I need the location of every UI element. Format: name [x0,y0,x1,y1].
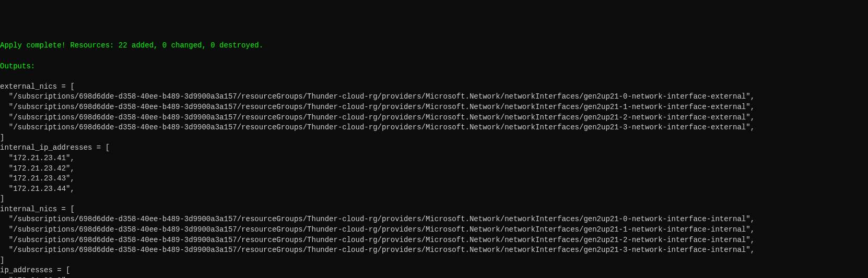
external-nics-item: "/subscriptions/698d6dde-d358-40ee-b489-… [9,113,755,122]
internal-nics-item: "/subscriptions/698d6dde-d358-40ee-b489-… [9,225,755,234]
internal-ip-item: "172.21.23.43", [9,174,75,183]
internal-ip-item: "172.21.23.41", [9,154,75,162]
external-nics-label: external_nics = [ [0,82,75,91]
internal-nics-close: ] [0,256,4,264]
external-nics-item: "/subscriptions/698d6dde-d358-40ee-b489-… [9,92,755,101]
internal-nics-label: internal_nics = [ [0,205,75,213]
internal-nics-item: "/subscriptions/698d6dde-d358-40ee-b489-… [9,236,755,244]
internal-ip-close: ] [0,195,4,203]
external-nics-item: "/subscriptions/698d6dde-d358-40ee-b489-… [9,123,755,131]
internal-nics-item: "/subscriptions/698d6dde-d358-40ee-b489-… [9,215,755,223]
internal-ip-item: "172.21.23.42", [9,164,75,173]
terminal-output: Apply complete! Resources: 22 added, 0 c… [0,41,868,278]
internal-nics-item: "/subscriptions/698d6dde-d358-40ee-b489-… [9,246,755,254]
internal-ip-item: "172.21.23.44", [9,185,75,193]
external-nics-item: "/subscriptions/698d6dde-d358-40ee-b489-… [9,103,755,111]
status-line: Apply complete! Resources: 22 added, 0 c… [0,41,263,50]
internal-ip-label: internal_ip_addresses = [ [0,143,110,152]
external-nics-close: ] [0,134,4,142]
outputs-header: Outputs: [0,62,35,70]
ip-addresses-label: ip_addresses = [ [0,266,70,274]
